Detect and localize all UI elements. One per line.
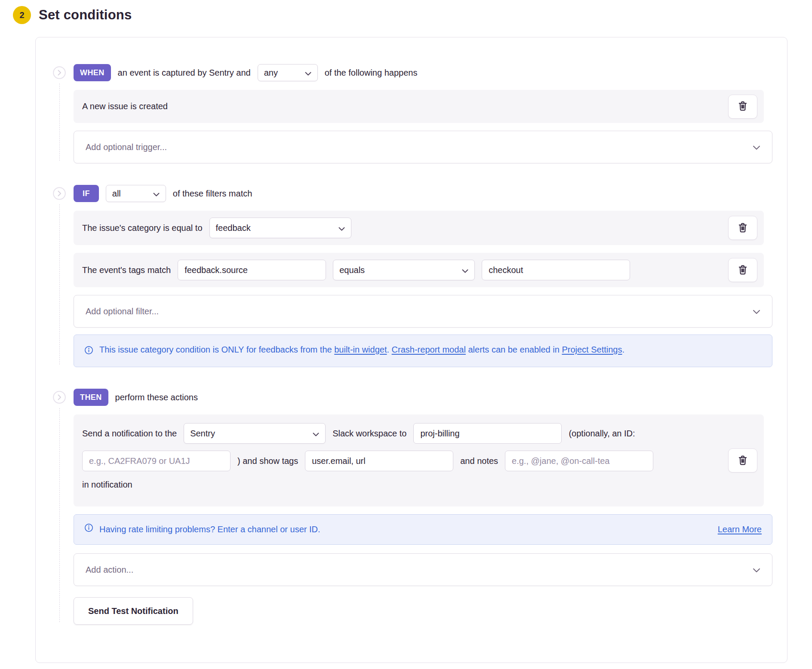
add-action-dropdown[interactable]: Add action... [74, 553, 772, 586]
trash-icon [737, 454, 748, 467]
chevron-down-icon [313, 429, 319, 439]
action-text-in-notification: in notification [82, 480, 132, 490]
channel-id-input[interactable] [82, 451, 231, 471]
category-filter-row: The issue's category is equal to feedbac… [74, 211, 764, 245]
add-trigger-placeholder: Add optional trigger... [86, 142, 167, 152]
action-text-optional-id: (optionally, an ID: [569, 429, 635, 439]
chevron-right-circle-icon [53, 391, 66, 404]
chevron-down-icon [753, 307, 760, 316]
channel-input[interactable] [413, 423, 562, 444]
when-icon-column [53, 64, 74, 163]
tags-filter-label: The event's tags match [82, 265, 171, 275]
delete-filter-button[interactable] [728, 258, 757, 282]
if-icon-column [53, 185, 74, 367]
chevron-right-circle-icon [53, 187, 66, 200]
page-title: Set conditions [39, 7, 132, 23]
trash-icon [737, 222, 748, 234]
if-header: IF all of these filters match [74, 185, 772, 202]
condition-row: A new issue is created [74, 90, 764, 123]
conditions-card: WHEN an event is captured by Sentry and … [35, 37, 787, 663]
if-match-select-value: all [112, 189, 121, 199]
send-test-notification-button[interactable]: Send Test Notification [74, 597, 193, 625]
category-info-text: This issue category condition is ONLY fo… [99, 343, 624, 359]
when-match-select[interactable]: any [258, 64, 318, 81]
if-match-select[interactable]: all [106, 185, 166, 202]
notification-action-row: Send a notification to the Sentry Slack … [74, 414, 764, 506]
chevron-down-icon [753, 565, 760, 575]
if-section: IF all of these filters match The issue'… [53, 185, 772, 367]
tag-key-input[interactable] [178, 260, 326, 280]
tag-operator-select[interactable]: equals [333, 260, 475, 280]
action-text-workspace: Slack workspace to [332, 429, 406, 439]
info-circle-icon [84, 345, 93, 359]
built-in-widget-link[interactable]: built-in widget [334, 345, 387, 354]
delete-filter-button[interactable] [728, 216, 757, 240]
chevron-down-icon [753, 142, 760, 152]
if-badge: IF [74, 185, 99, 202]
category-select-value: feedback [216, 223, 251, 233]
workspace-select-value: Sentry [190, 429, 215, 439]
action-line-3: in notification [82, 478, 712, 491]
learn-more-link[interactable]: Learn More [718, 523, 762, 536]
when-header: WHEN an event is captured by Sentry and … [74, 64, 772, 81]
connector-line [59, 204, 60, 365]
category-filter-label: The issue's category is equal to [82, 223, 203, 233]
rate-limit-info-box: Having rate limiting problems? Enter a c… [74, 514, 772, 545]
then-sentence: perform these actions [115, 393, 198, 402]
condition-label: A new issue is created [82, 101, 168, 111]
chevron-down-icon [153, 189, 160, 199]
tag-operator-select-value: equals [339, 265, 365, 275]
project-settings-link[interactable]: Project Settings [562, 345, 622, 354]
crash-report-modal-link[interactable]: Crash-report modal [392, 345, 466, 354]
step-number-badge: 2 [13, 6, 31, 24]
trash-icon [737, 100, 748, 113]
if-sentence: of these filters match [173, 189, 252, 199]
when-sentence-before: an event is captured by Sentry and [118, 68, 251, 78]
then-header: THEN perform these actions [74, 389, 772, 406]
action-line-1: Send a notification to the Sentry Slack … [82, 423, 712, 444]
when-match-select-value: any [264, 68, 278, 78]
delete-action-button[interactable] [728, 448, 757, 473]
chevron-right-circle-icon [53, 66, 66, 79]
chevron-down-icon [305, 68, 311, 78]
rate-limit-text: Having rate limiting problems? Enter a c… [99, 523, 320, 536]
category-select[interactable]: feedback [209, 218, 351, 238]
workspace-select[interactable]: Sentry [184, 423, 326, 444]
then-icon-column [53, 389, 74, 625]
add-filter-dropdown[interactable]: Add optional filter... [74, 295, 772, 328]
step-header: 2 Set conditions [0, 0, 812, 24]
tags-filter-row: The event's tags match equals [74, 253, 764, 287]
chevron-down-icon [462, 265, 468, 275]
rate-limit-message: Having rate limiting problems? Enter a c… [84, 523, 712, 536]
connector-line [59, 83, 60, 161]
add-filter-placeholder: Add optional filter... [86, 307, 159, 316]
action-text-send: Send a notification to the [82, 429, 177, 439]
connector-line [59, 408, 60, 622]
add-trigger-dropdown[interactable]: Add optional trigger... [74, 131, 772, 163]
action-text-show-tags: ) and show tags [237, 456, 298, 466]
when-badge: WHEN [74, 64, 111, 81]
trash-icon [737, 264, 748, 276]
action-text-and-notes: and notes [460, 456, 498, 466]
then-section: THEN perform these actions Send a notifi… [53, 389, 772, 625]
chevron-down-icon [338, 223, 345, 233]
action-line-2: ) and show tags and notes [82, 451, 712, 471]
tag-value-input[interactable] [482, 260, 630, 280]
then-badge: THEN [74, 389, 108, 406]
tags-input[interactable] [305, 451, 453, 471]
when-sentence-after: of the following happens [325, 68, 418, 78]
delete-condition-button[interactable] [728, 95, 757, 119]
info-circle-icon [84, 523, 93, 536]
add-action-placeholder: Add action... [86, 565, 133, 575]
notes-input[interactable] [505, 451, 653, 471]
category-info-box: This issue category condition is ONLY fo… [74, 334, 772, 367]
when-section: WHEN an event is captured by Sentry and … [53, 64, 772, 163]
